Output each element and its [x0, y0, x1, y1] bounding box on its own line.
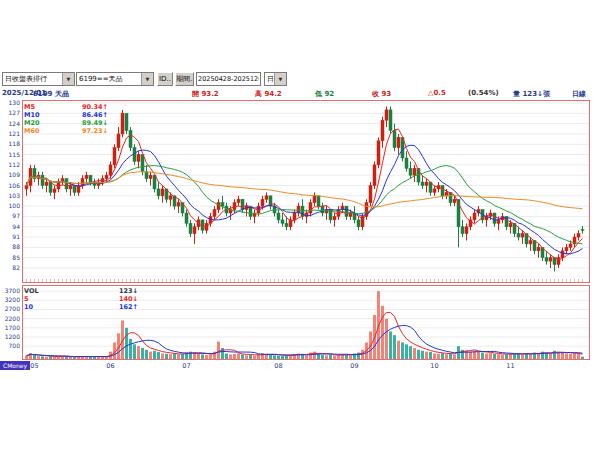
volume-tick-label: 3200 [5, 296, 20, 303]
candle-body [89, 175, 92, 182]
volume-bar [381, 306, 384, 359]
volume-tick-label: 2700 [5, 305, 20, 312]
candle-body [581, 230, 584, 231]
vol-legend-row: 5140↓ [24, 295, 138, 303]
candle-body [509, 223, 512, 226]
candle-body [385, 110, 388, 120]
candle-body [381, 120, 384, 141]
candle-body [425, 182, 428, 185]
volume-tick-label: 1200 [5, 333, 20, 340]
candle-body [129, 131, 132, 148]
month-tick-label: 10 [430, 362, 438, 370]
stock-select[interactable]: 6199==天品 ▼ [76, 72, 154, 86]
candle-body [497, 220, 500, 223]
date-range-input[interactable] [196, 72, 261, 86]
volume-bar [177, 354, 180, 359]
volume-bar [33, 355, 36, 359]
volume-bar [421, 351, 424, 359]
candle-body [389, 110, 392, 131]
vol-legend-row: 10162↑ [24, 303, 138, 311]
quote-info-item: 收 93 [372, 89, 391, 99]
volume-bar [417, 350, 420, 359]
volume-bar [281, 356, 284, 359]
volume-bar [149, 352, 152, 359]
frequency-select[interactable]: 日 ▼ [264, 72, 287, 86]
candle-body [81, 179, 84, 186]
candle-body [393, 131, 396, 148]
price-tick-label: 85 [12, 254, 20, 261]
volume-bar [229, 354, 232, 359]
quote-info-item: 高 94.2 [255, 89, 282, 99]
volume-bar [277, 356, 280, 359]
volume-bar [93, 357, 96, 359]
volume-tick-label: 700 [9, 342, 21, 349]
candle-body [493, 213, 496, 223]
candle-body [41, 175, 44, 185]
volume-bar [41, 356, 44, 359]
id-button[interactable]: ID.. [157, 72, 173, 86]
volume-bar [245, 355, 248, 359]
volume-bar [97, 357, 100, 359]
volume-bar [529, 354, 532, 359]
volume-bar [253, 356, 256, 359]
report-type-select[interactable]: 日收盤表排行 ▼ [2, 72, 75, 86]
dropdown-arrow-icon[interactable]: ▼ [62, 73, 74, 85]
volume-bar [69, 357, 72, 359]
candle-body [113, 148, 116, 165]
volume-bar [321, 355, 324, 359]
volume-bar [453, 355, 456, 359]
volume-bar [137, 346, 140, 359]
candle-body [433, 189, 436, 192]
dropdown-arrow-icon[interactable]: ▼ [274, 73, 286, 85]
price-tick-label: 109 [9, 171, 21, 178]
candle-body [213, 210, 216, 217]
volume-bar [481, 353, 484, 359]
volume-bar [205, 355, 208, 359]
candle-body [185, 213, 188, 223]
candle-body [313, 196, 316, 203]
volume-bar [573, 353, 576, 359]
volume-bar [505, 354, 508, 359]
volume-bar [165, 354, 168, 359]
volume-bar [249, 355, 252, 359]
volume-bar [141, 348, 144, 359]
candle-body [137, 155, 140, 162]
volume-bar [25, 356, 28, 359]
candle-body [153, 175, 156, 189]
quote-info-item: (0.54%) [468, 89, 499, 97]
candle-body [157, 189, 160, 196]
candle-body [413, 168, 416, 175]
candle-body [473, 213, 476, 220]
ma10-line [27, 145, 583, 254]
volume-bar [489, 353, 492, 359]
candle-body [65, 179, 68, 189]
candle-body [109, 165, 112, 175]
price-tick-label: 115 [9, 151, 21, 158]
candle-body [285, 223, 288, 226]
candle-body [265, 196, 268, 199]
candlestick-and-volume-chart: 8285889194971001031061091121151181211241… [0, 0, 600, 450]
volume-bar [385, 319, 388, 359]
volume-bar [181, 354, 184, 359]
candle-body [69, 186, 72, 189]
volume-bar [145, 350, 148, 359]
volume-bar [485, 353, 488, 359]
volume-bar [413, 348, 416, 359]
volume-bar [325, 355, 328, 359]
period-button[interactable]: 期間.. [175, 72, 194, 86]
candle-body [105, 175, 108, 178]
candle-body [345, 206, 348, 216]
candle-body [461, 227, 464, 234]
candle-body [281, 220, 284, 223]
stock-chart-app: { "toolbar": { "report_select": "日收盤表排行"… [0, 0, 600, 450]
candle-body [73, 186, 76, 193]
volume-bar [437, 354, 440, 359]
price-tick-label: 106 [9, 182, 21, 189]
candle-body [357, 220, 360, 227]
dropdown-arrow-icon[interactable]: ▼ [141, 73, 153, 85]
quote-info-item: 低 92 [315, 89, 334, 99]
candle-body [25, 186, 28, 189]
candle-body [161, 189, 164, 196]
candle-body [277, 213, 280, 220]
volume-tick-label: 2200 [5, 315, 20, 322]
